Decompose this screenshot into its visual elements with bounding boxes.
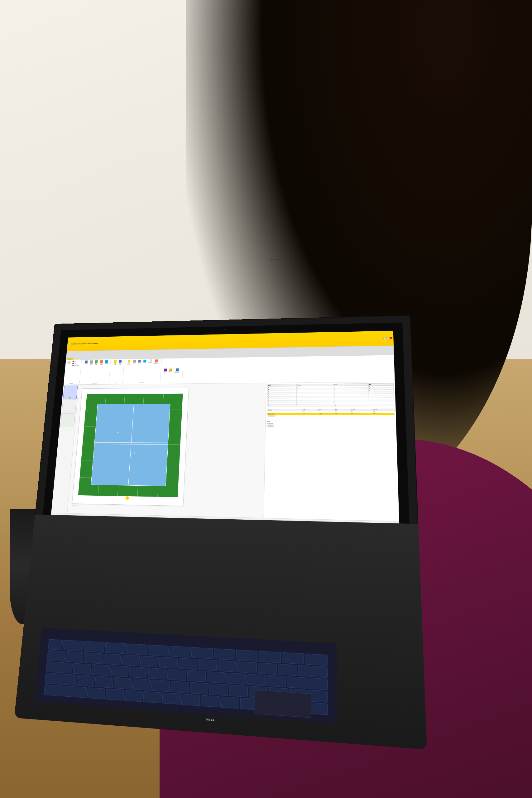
key-n[interactable] — [182, 694, 200, 706]
key-t[interactable] — [148, 668, 167, 680]
cut-button[interactable]: Cut — [72, 360, 80, 362]
key-c[interactable] — [125, 690, 143, 702]
tennis-court-visual[interactable]: 10 5 0 -5 -15 6 3 0 — [72, 387, 189, 506]
key-3[interactable] — [102, 653, 120, 665]
key-f7[interactable] — [191, 647, 213, 659]
key-e[interactable] — [110, 666, 129, 677]
key-h[interactable] — [170, 681, 189, 693]
new-visual-button[interactable]: NewVisual — [118, 360, 123, 365]
from-marketplace-button[interactable]: FromMarketplace — [153, 359, 159, 365]
key-f4[interactable] — [126, 643, 147, 655]
key-comma[interactable] — [220, 696, 239, 708]
format-painter-button[interactable]: Format Painter — [71, 365, 79, 366]
paste-button[interactable]: Paste — [66, 360, 71, 366]
key-1[interactable] — [65, 651, 84, 663]
key-7[interactable] — [178, 658, 197, 670]
key-6[interactable] — [159, 657, 178, 669]
key-equals[interactable] — [278, 664, 298, 676]
key-f12[interactable] — [305, 653, 327, 666]
key-2[interactable] — [84, 652, 102, 664]
key-x[interactable] — [106, 689, 124, 700]
key-k[interactable] — [209, 684, 228, 696]
key-s[interactable] — [95, 676, 113, 688]
close-button[interactable]: ✕ — [390, 337, 392, 339]
key-g[interactable] — [151, 680, 170, 692]
touchpad[interactable] — [254, 690, 311, 718]
key-q[interactable] — [73, 663, 91, 674]
table-row[interactable]: 1010 — [267, 404, 394, 406]
get-data-button[interactable]: Get Data — [83, 360, 89, 366]
key-backslash[interactable] — [308, 678, 328, 690]
key-f8[interactable] — [214, 648, 235, 660]
refresh-button[interactable]: Refresh — [104, 360, 109, 365]
key-i[interactable] — [207, 671, 226, 684]
minimize-button[interactable]: ─ — [383, 337, 386, 339]
key-d[interactable] — [113, 677, 132, 689]
map-icon[interactable] — [60, 413, 75, 427]
field-item-3[interactable]: ■ FC-0019-M14-N — [267, 426, 395, 428]
canvas-area[interactable]: 10 5 0 -5 -15 6 3 0 — [67, 383, 266, 518]
key-8[interactable] — [198, 659, 217, 671]
relationships-button[interactable]: ManageRelationships — [174, 368, 181, 374]
table-icon[interactable] — [62, 399, 76, 413]
key-f1[interactable] — [63, 640, 84, 651]
image-button[interactable]: Image — [142, 359, 147, 365]
key-o[interactable] — [227, 673, 246, 685]
scale-label-b3: 0 — [137, 494, 138, 495]
key-v[interactable] — [143, 691, 162, 703]
key-f3[interactable] — [105, 642, 126, 654]
bar-chart-icon[interactable] — [63, 385, 78, 399]
key-f6[interactable] — [170, 646, 191, 658]
switch-theme-button[interactable]: SwitchTheme — [163, 368, 168, 374]
copy-button[interactable]: Copy — [72, 363, 80, 364]
col-bounce-x: Bounce X — [350, 408, 372, 411]
key-y[interactable] — [167, 669, 186, 681]
key-f10[interactable] — [259, 651, 281, 663]
key-j[interactable] — [190, 682, 209, 695]
key-f9[interactable] — [236, 650, 258, 662]
stats-row-3[interactable]: D16.1M SERVE GT — [267, 415, 395, 417]
recent-data-button[interactable]: RecentData — [89, 360, 94, 365]
text-box-button[interactable]: A Text Box — [147, 359, 153, 365]
key-esc[interactable] — [48, 639, 63, 650]
themes-button[interactable]: Themes — [168, 368, 173, 374]
external-data-buttons: Get Data RecentData EnterData — [83, 360, 109, 366]
key-backspace[interactable] — [298, 665, 327, 678]
key-9[interactable] — [218, 660, 237, 672]
shot-selection-section: Shot Server Game Set — [267, 383, 394, 406]
key-backtick[interactable] — [47, 650, 65, 662]
ask-question-button[interactable]: Ask AQuestion — [127, 360, 132, 365]
buttons-button[interactable]: Buttons — [132, 359, 137, 365]
key-tab[interactable] — [46, 662, 73, 673]
laptop: Hawk-Eye Live evaluation - Power BI Desk… — [14, 315, 427, 750]
key-b[interactable] — [162, 692, 181, 704]
key-f11[interactable] — [282, 652, 304, 664]
key-bracket-l[interactable] — [267, 675, 286, 687]
shapes-button[interactable]: Shapes — [137, 359, 142, 365]
key-minus[interactable] — [258, 663, 277, 675]
key-u[interactable] — [187, 670, 206, 682]
enter-data-button[interactable]: EnterData — [94, 360, 99, 365]
key-bracket-r[interactable] — [287, 677, 307, 689]
bounce-marker-2 — [134, 452, 135, 454]
key-f5[interactable] — [148, 645, 169, 656]
key-p[interactable] — [247, 674, 266, 686]
nav-arrow[interactable]: ↓ — [125, 496, 129, 500]
key-l[interactable] — [229, 685, 248, 697]
key-m[interactable] — [201, 695, 220, 707]
key-caps[interactable] — [45, 673, 76, 685]
window-controls: ─ □ ✕ — [383, 337, 392, 339]
key-z[interactable] — [87, 687, 106, 699]
key-5[interactable] — [140, 656, 159, 667]
maximize-button[interactable]: □ — [386, 337, 389, 339]
key-f[interactable] — [132, 679, 151, 690]
edit-queries-button[interactable]: EditQueries — [99, 360, 104, 365]
key-0[interactable] — [238, 662, 257, 673]
key-4[interactable] — [121, 654, 140, 666]
key-a[interactable] — [77, 675, 95, 687]
key-f2[interactable] — [84, 641, 105, 653]
key-r[interactable] — [129, 667, 148, 679]
key-w[interactable] — [91, 664, 110, 676]
new-page-button[interactable]: NewPage — [113, 360, 118, 365]
key-shift-l[interactable] — [44, 684, 87, 698]
